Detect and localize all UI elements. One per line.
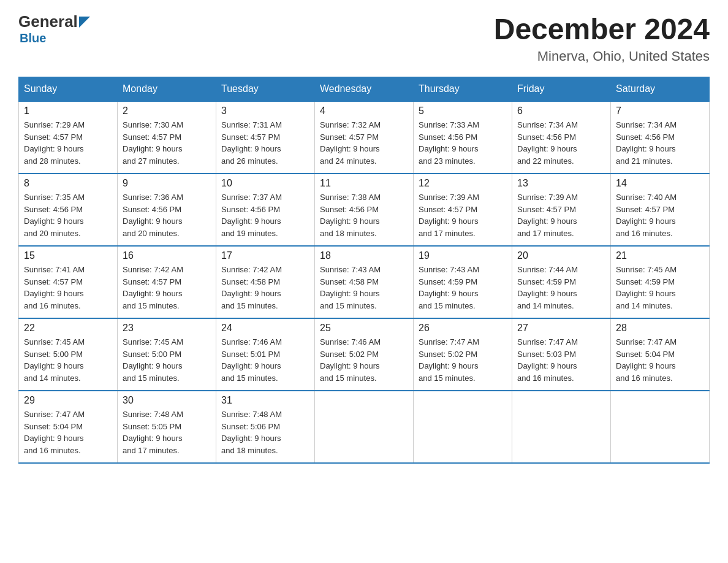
day-info: Sunrise: 7:45 AMSunset: 4:59 PMDaylight:… (616, 264, 704, 312)
day-number: 7 (616, 105, 704, 117)
day-info: Sunrise: 7:47 AMSunset: 5:04 PMDaylight:… (616, 336, 704, 384)
day-info: Sunrise: 7:45 AMSunset: 5:00 PMDaylight:… (24, 336, 112, 384)
day-number: 17 (221, 250, 309, 261)
calendar-body: 1Sunrise: 7:29 AMSunset: 4:57 PMDaylight… (19, 101, 710, 463)
day-info: Sunrise: 7:33 AMSunset: 4:56 PMDaylight:… (419, 119, 507, 167)
day-info: Sunrise: 7:43 AMSunset: 4:58 PMDaylight:… (320, 264, 408, 312)
day-number: 6 (517, 105, 605, 117)
calendar-cell: 6Sunrise: 7:34 AMSunset: 4:56 PMDaylight… (512, 101, 611, 174)
day-number: 25 (320, 323, 408, 334)
calendar-cell (611, 391, 710, 463)
day-info: Sunrise: 7:48 AMSunset: 5:06 PMDaylight:… (221, 408, 309, 456)
day-number: 4 (320, 105, 408, 117)
day-info: Sunrise: 7:39 AMSunset: 4:57 PMDaylight:… (419, 191, 507, 239)
day-number: 28 (616, 323, 704, 334)
calendar-cell: 2Sunrise: 7:30 AMSunset: 4:57 PMDaylight… (118, 101, 216, 174)
day-info: Sunrise: 7:43 AMSunset: 4:59 PMDaylight:… (419, 264, 507, 312)
calendar-cell: 30Sunrise: 7:48 AMSunset: 5:05 PMDayligh… (118, 391, 216, 463)
day-info: Sunrise: 7:48 AMSunset: 5:05 PMDaylight:… (123, 408, 211, 456)
calendar-cell: 12Sunrise: 7:39 AMSunset: 4:57 PMDayligh… (414, 174, 512, 246)
day-number: 27 (517, 323, 605, 334)
day-number: 31 (221, 395, 309, 406)
day-info: Sunrise: 7:44 AMSunset: 4:59 PMDaylight:… (517, 264, 605, 312)
day-number: 26 (419, 323, 507, 334)
logo-text: General (18, 12, 91, 31)
day-info: Sunrise: 7:35 AMSunset: 4:56 PMDaylight:… (24, 191, 112, 239)
day-info: Sunrise: 7:47 AMSunset: 5:04 PMDaylight:… (24, 408, 112, 456)
month-title: December 2024 (494, 12, 710, 46)
day-number: 12 (419, 178, 507, 189)
logo-triangle-icon (78, 15, 91, 29)
calendar-cell: 1Sunrise: 7:29 AMSunset: 4:57 PMDaylight… (19, 101, 118, 174)
day-info: Sunrise: 7:41 AMSunset: 4:57 PMDaylight:… (24, 264, 112, 312)
calendar-cell: 25Sunrise: 7:46 AMSunset: 5:02 PMDayligh… (315, 318, 414, 391)
day-info: Sunrise: 7:36 AMSunset: 4:56 PMDaylight:… (123, 191, 211, 239)
day-info: Sunrise: 7:38 AMSunset: 4:56 PMDaylight:… (320, 191, 408, 239)
location-title: Minerva, Ohio, United States (494, 48, 710, 64)
day-number: 15 (24, 250, 112, 261)
day-number: 3 (221, 105, 309, 117)
day-number: 20 (517, 250, 605, 261)
calendar-week-row: 15Sunrise: 7:41 AMSunset: 4:57 PMDayligh… (19, 246, 710, 318)
day-number: 1 (24, 105, 112, 117)
day-info: Sunrise: 7:34 AMSunset: 4:56 PMDaylight:… (517, 119, 605, 167)
calendar-cell: 18Sunrise: 7:43 AMSunset: 4:58 PMDayligh… (315, 246, 414, 318)
header-tuesday: Tuesday (216, 77, 315, 102)
day-number: 11 (320, 178, 408, 189)
calendar-cell: 8Sunrise: 7:35 AMSunset: 4:56 PMDaylight… (19, 174, 118, 246)
day-number: 10 (221, 178, 309, 189)
day-number: 29 (24, 395, 112, 406)
calendar-cell: 20Sunrise: 7:44 AMSunset: 4:59 PMDayligh… (512, 246, 611, 318)
title-block: December 2024 Minerva, Ohio, United Stat… (494, 12, 710, 64)
day-info: Sunrise: 7:34 AMSunset: 4:56 PMDaylight:… (616, 119, 704, 167)
calendar-week-row: 22Sunrise: 7:45 AMSunset: 5:00 PMDayligh… (19, 318, 710, 391)
day-info: Sunrise: 7:46 AMSunset: 5:02 PMDaylight:… (320, 336, 408, 384)
day-info: Sunrise: 7:47 AMSunset: 5:03 PMDaylight:… (517, 336, 605, 384)
calendar-week-row: 8Sunrise: 7:35 AMSunset: 4:56 PMDaylight… (19, 174, 710, 246)
header-wednesday: Wednesday (315, 77, 414, 102)
calendar-cell: 17Sunrise: 7:42 AMSunset: 4:58 PMDayligh… (216, 246, 315, 318)
day-number: 22 (24, 323, 112, 334)
header-thursday: Thursday (414, 77, 512, 102)
day-info: Sunrise: 7:47 AMSunset: 5:02 PMDaylight:… (419, 336, 507, 384)
day-info: Sunrise: 7:39 AMSunset: 4:57 PMDaylight:… (517, 191, 605, 239)
day-number: 21 (616, 250, 704, 261)
day-info: Sunrise: 7:32 AMSunset: 4:57 PMDaylight:… (320, 119, 408, 167)
day-number: 16 (123, 250, 211, 261)
calendar-cell: 5Sunrise: 7:33 AMSunset: 4:56 PMDaylight… (414, 101, 512, 174)
logo-icon (78, 15, 91, 29)
day-info: Sunrise: 7:29 AMSunset: 4:57 PMDaylight:… (24, 119, 112, 167)
calendar-cell: 24Sunrise: 7:46 AMSunset: 5:01 PMDayligh… (216, 318, 315, 391)
calendar-cell (315, 391, 414, 463)
day-info: Sunrise: 7:45 AMSunset: 5:00 PMDaylight:… (123, 336, 211, 384)
day-number: 18 (320, 250, 408, 261)
calendar-week-row: 29Sunrise: 7:47 AMSunset: 5:04 PMDayligh… (19, 391, 710, 463)
logo-general: General (18, 12, 78, 31)
calendar-cell: 22Sunrise: 7:45 AMSunset: 5:00 PMDayligh… (19, 318, 118, 391)
calendar-cell: 10Sunrise: 7:37 AMSunset: 4:56 PMDayligh… (216, 174, 315, 246)
logo-blue-label: Blue (18, 31, 46, 45)
calendar-cell: 4Sunrise: 7:32 AMSunset: 4:57 PMDaylight… (315, 101, 414, 174)
header-saturday: Saturday (611, 77, 710, 102)
calendar-cell: 23Sunrise: 7:45 AMSunset: 5:00 PMDayligh… (118, 318, 216, 391)
day-info: Sunrise: 7:46 AMSunset: 5:01 PMDaylight:… (221, 336, 309, 384)
calendar-cell: 3Sunrise: 7:31 AMSunset: 4:57 PMDaylight… (216, 101, 315, 174)
calendar-table: Sunday Monday Tuesday Wednesday Thursday… (18, 77, 710, 464)
day-number: 30 (123, 395, 211, 406)
day-number: 19 (419, 250, 507, 261)
calendar-cell: 21Sunrise: 7:45 AMSunset: 4:59 PMDayligh… (611, 246, 710, 318)
header-monday: Monday (118, 77, 216, 102)
day-number: 8 (24, 178, 112, 189)
weekday-header-row: Sunday Monday Tuesday Wednesday Thursday… (19, 77, 710, 102)
day-info: Sunrise: 7:42 AMSunset: 4:58 PMDaylight:… (221, 264, 309, 312)
calendar-cell: 11Sunrise: 7:38 AMSunset: 4:56 PMDayligh… (315, 174, 414, 246)
calendar-cell: 31Sunrise: 7:48 AMSunset: 5:06 PMDayligh… (216, 391, 315, 463)
calendar-cell (414, 391, 512, 463)
calendar-cell: 28Sunrise: 7:47 AMSunset: 5:04 PMDayligh… (611, 318, 710, 391)
header-friday: Friday (512, 77, 611, 102)
page-header: General Blue December 2024 Minerva, Ohio… (18, 12, 710, 64)
day-info: Sunrise: 7:31 AMSunset: 4:57 PMDaylight:… (221, 119, 309, 167)
day-info: Sunrise: 7:42 AMSunset: 4:57 PMDaylight:… (123, 264, 211, 312)
calendar-cell (512, 391, 611, 463)
day-number: 24 (221, 323, 309, 334)
